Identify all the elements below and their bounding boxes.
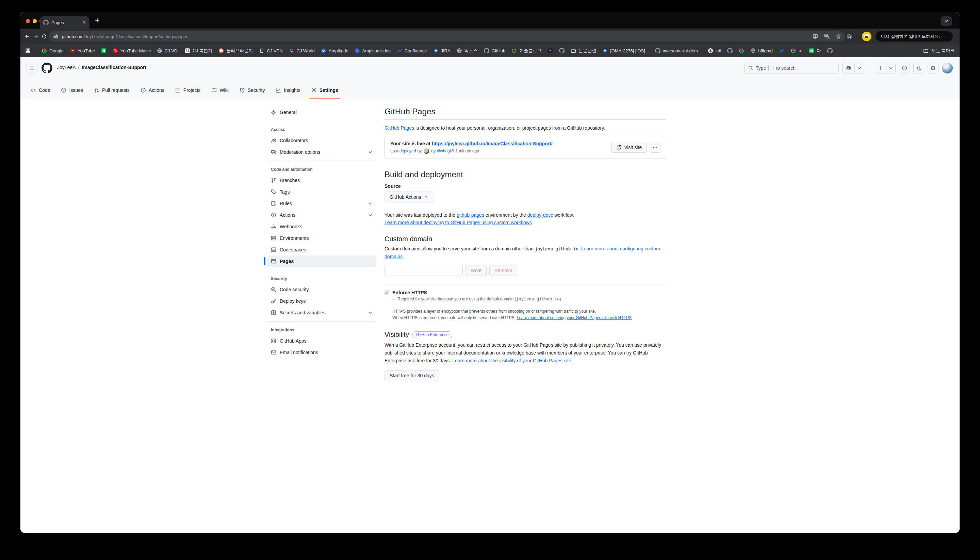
bookmark-item[interactable]: YouTube xyxy=(67,46,98,55)
bookmark-item[interactable]: 논문관련 xyxy=(568,46,599,55)
bookmark-item[interactable]: Amplitude-dev xyxy=(352,46,394,55)
bookmark-item[interactable] xyxy=(776,46,787,55)
inbox-button[interactable] xyxy=(928,63,938,73)
sidebar-item-email-notifications[interactable]: Email notifications xyxy=(267,347,377,358)
sidebar-item-codespaces[interactable]: Codespaces xyxy=(267,244,377,255)
search-input[interactable]: Type / to search xyxy=(744,63,839,73)
browser-tab[interactable]: Pages ✕ xyxy=(40,16,90,28)
deployer-avatar[interactable] xyxy=(423,148,429,154)
bookmark-item[interactable]: YouTube Music xyxy=(110,46,154,55)
bookmark-item[interactable]: 기술블로그 xyxy=(508,46,545,55)
issues-button[interactable] xyxy=(899,63,910,73)
bookmark-item[interactable]: Amplitude xyxy=(318,46,352,55)
start-free-trial-button[interactable]: Start free for 30 days xyxy=(385,370,439,381)
tab-close-icon[interactable]: ✕ xyxy=(82,20,86,25)
bookmark-item[interactable] xyxy=(98,46,110,55)
address-bar[interactable]: github.com/JoyLeeA/ImageClassification-S… xyxy=(49,31,845,42)
bookmark-item[interactable]: [OMA-2276] [iOS]... xyxy=(599,46,652,55)
bookmark-item[interactable]: 다 xyxy=(806,46,824,55)
sidebar-item-moderation-options[interactable]: Moderation options xyxy=(267,146,377,158)
extensions-icon[interactable] xyxy=(847,34,852,39)
sidebar-item-collaborators[interactable]: Collaborators xyxy=(267,135,377,146)
sidebar-item-pages[interactable]: Pages xyxy=(267,255,377,267)
remove-button[interactable]: Remove xyxy=(489,265,517,276)
all-bookmarks-button[interactable]: 모든 북마크 xyxy=(931,48,955,54)
bookmark-item[interactable] xyxy=(556,46,568,55)
site-settings-icon[interactable] xyxy=(53,34,58,39)
bookmark-item[interactable]: CJ VPN xyxy=(256,46,285,55)
create-new-button[interactable] xyxy=(874,63,896,73)
bookmark-item[interactable] xyxy=(724,46,736,55)
tab-insights[interactable]: Insights xyxy=(271,81,305,99)
translate-icon[interactable] xyxy=(824,34,830,39)
pages-options-button[interactable] xyxy=(650,142,660,153)
bookmark-item[interactable]: a xyxy=(545,46,556,55)
user-avatar[interactable] xyxy=(942,63,953,73)
bookmark-item[interactable]: JIRA xyxy=(430,46,453,55)
forward-button[interactable] xyxy=(32,32,40,40)
breadcrumb-owner[interactable]: JoyLeeA xyxy=(57,65,75,70)
bookmark-item[interactable]: Google xyxy=(38,46,67,55)
bookmark-item[interactable]: Confluence xyxy=(394,46,430,55)
new-tab-button[interactable] xyxy=(95,18,100,23)
bookmark-item[interactable] xyxy=(736,46,747,55)
back-button[interactable] xyxy=(23,32,31,40)
minimize-window-button[interactable] xyxy=(33,19,37,23)
sidebar-item-github-apps[interactable]: GitHub Apps xyxy=(267,335,377,347)
bookmark-item[interactable]: CJ VDI xyxy=(154,46,182,55)
bookmark-item[interactable]: 백포스 xyxy=(453,46,481,55)
chrome-update-button[interactable]: 다시 실행하여 업데이트하세요. xyxy=(875,31,953,42)
visibility-learn-link[interactable]: Learn more about the visibility of your … xyxy=(452,358,572,363)
github-pages-link[interactable]: GitHub Pages xyxy=(385,125,414,131)
bookmark-item[interactable]: CJ 복합기 xyxy=(182,46,216,55)
sidebar-item-code-security[interactable]: Code security xyxy=(267,284,377,295)
sidebar-item-actions[interactable]: Actions xyxy=(267,209,377,221)
github-logo[interactable] xyxy=(42,63,52,73)
custom-domain-input[interactable] xyxy=(385,265,463,276)
bookmark-item[interactable]: GitHub xyxy=(481,46,508,55)
source-dropdown[interactable]: GitHub Actions xyxy=(385,192,434,202)
sidebar-item-webhooks[interactable]: Webhooks xyxy=(267,221,377,232)
enforce-https-checkbox[interactable] xyxy=(385,290,389,295)
bookmark-item[interactable] xyxy=(824,46,836,55)
tab-search-button[interactable] xyxy=(940,16,952,26)
save-page-icon[interactable] xyxy=(813,34,818,39)
tab-projects[interactable]: Projects xyxy=(170,81,205,99)
sidebar-item-general[interactable]: General xyxy=(267,107,377,118)
tab-wiki[interactable]: Wiki xyxy=(207,81,233,99)
bookmark-item[interactable]: awesome-ml-dem... xyxy=(652,46,705,55)
deployed-link[interactable]: deployed xyxy=(400,149,416,153)
live-site-url-link[interactable]: https://joyleea.github.io/ImageClassific… xyxy=(432,141,553,146)
copilot-button[interactable] xyxy=(842,63,864,73)
tab-pull-requests[interactable]: Pull requests xyxy=(89,81,134,99)
close-window-button[interactable] xyxy=(26,19,30,23)
reload-button[interactable] xyxy=(40,32,48,40)
custom-workflows-link[interactable]: Learn more about deploying to GitHub Pag… xyxy=(385,220,532,225)
sidebar-item-environments[interactable]: Environments xyxy=(267,232,377,244)
pull-requests-button[interactable] xyxy=(913,63,924,73)
sidebar-item-secrets-and-variables[interactable]: Secrets and variables xyxy=(267,307,377,318)
apps-grid-icon[interactable] xyxy=(25,48,31,53)
bookmark-item[interactable]: ㅎ xyxy=(787,46,806,55)
breadcrumb-repo[interactable]: ImageClassification-Support xyxy=(82,65,146,70)
global-menu-button[interactable] xyxy=(27,63,37,73)
tab-settings[interactable]: Settings xyxy=(307,81,343,99)
bookmark-star-icon[interactable] xyxy=(836,34,841,39)
visit-site-button[interactable]: Visit site xyxy=(611,142,647,153)
tab-security[interactable]: Security xyxy=(235,81,270,99)
kebab-vertical-icon[interactable] xyxy=(943,34,949,39)
bookmark-item[interactable]: CJ World xyxy=(286,46,318,55)
sidebar-item-branches[interactable]: Branches xyxy=(267,175,377,186)
sidebar-item-rules[interactable]: Rules xyxy=(267,198,377,209)
tab-actions[interactable]: Actions xyxy=(136,81,169,99)
bookmark-item[interactable]: 올리브라운지 xyxy=(215,46,256,55)
chrome-profile-avatar[interactable] xyxy=(862,32,872,41)
sidebar-item-deploy-keys[interactable]: Deploy keys xyxy=(267,295,377,307)
sidebar-item-tags[interactable]: Tags xyxy=(267,186,377,198)
tab-code[interactable]: Code xyxy=(26,81,55,99)
deployer-link[interactable]: oy-dlwhdgk9 xyxy=(431,149,454,153)
tab-issues[interactable]: Issues xyxy=(56,81,87,99)
workflow-link[interactable]: deploy-docc xyxy=(527,212,553,218)
environment-link[interactable]: github-pages xyxy=(457,212,484,218)
bookmark-item[interactable]: hfflqmd xyxy=(747,46,775,55)
